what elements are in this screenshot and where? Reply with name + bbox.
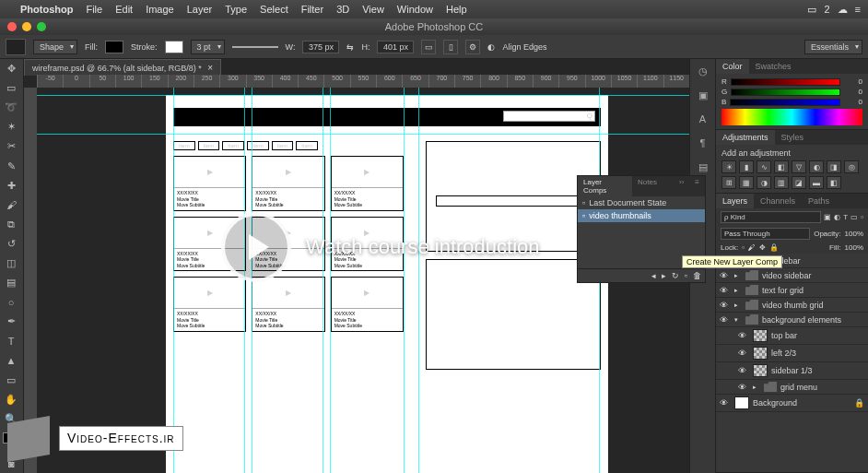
twisty-icon[interactable]: ▾: [734, 316, 742, 324]
menu-layer[interactable]: Layer: [187, 4, 213, 15]
visibility-icon[interactable]: 👁: [720, 301, 731, 310]
lock-all-icon[interactable]: 🔒: [769, 243, 779, 252]
filter-shape-icon[interactable]: ▭: [850, 213, 858, 221]
visibility-icon[interactable]: 👁: [738, 366, 749, 375]
adj-lut-icon[interactable]: ▦: [739, 176, 754, 189]
adj-threshold-icon[interactable]: ◪: [792, 176, 806, 189]
layer-name[interactable]: sidebar 1/3: [771, 366, 864, 375]
healing-tool[interactable]: ✚: [0, 176, 22, 195]
comp-next-icon[interactable]: ▸: [662, 271, 666, 280]
wand-tool[interactable]: ✶: [0, 117, 22, 136]
menu-help[interactable]: Help: [446, 4, 467, 15]
stroke-style-dropdown[interactable]: [232, 46, 278, 48]
lasso-tool[interactable]: ➰: [0, 98, 22, 117]
stroke-swatch[interactable]: [165, 41, 183, 53]
shape-tool[interactable]: ▭: [0, 371, 22, 390]
opacity-value[interactable]: 100%: [845, 230, 863, 238]
twisty-icon[interactable]: ▸: [734, 302, 742, 309]
visibility-icon[interactable]: 👁: [720, 286, 731, 295]
filter-pixel-icon[interactable]: ▣: [824, 213, 831, 221]
history-panel-icon[interactable]: ◷: [695, 63, 711, 79]
path-options-icon[interactable]: ⚙: [465, 40, 480, 54]
menu-filter[interactable]: Filter: [301, 4, 323, 15]
marquee-tool[interactable]: ▭: [0, 78, 22, 98]
filter-type-icon[interactable]: T: [843, 213, 848, 221]
list-icon[interactable]: ≡: [855, 4, 861, 15]
shape-mode-dropdown[interactable]: Shape: [33, 40, 77, 54]
menubar-app-name[interactable]: Photoshop: [20, 4, 73, 15]
lock-transparency-icon[interactable]: ▫: [742, 243, 745, 252]
menu-edit[interactable]: Edit: [115, 4, 133, 15]
b-value[interactable]: 0: [844, 98, 862, 106]
adj-vibrance-icon[interactable]: ▽: [792, 160, 806, 173]
layer-name[interactable]: left 2/3: [771, 349, 864, 358]
tab-swatches[interactable]: Swatches: [749, 59, 798, 74]
panel-menu-icon[interactable]: ≡: [689, 176, 705, 196]
layer-comp-row[interactable]: ▫Last Document State: [578, 196, 705, 209]
dodge-tool[interactable]: ○: [0, 292, 22, 312]
twisty-icon[interactable]: ▸: [734, 287, 742, 294]
layer-row[interactable]: 👁▸video sidebar: [716, 268, 868, 283]
layer-name[interactable]: background elements: [762, 315, 864, 325]
tab-paths[interactable]: Paths: [802, 194, 836, 208]
layer-comp-apply-icon[interactable]: ▫: [582, 211, 585, 220]
lock-icon[interactable]: 🔒: [854, 398, 864, 408]
fill-swatch[interactable]: [105, 41, 123, 53]
type-tool[interactable]: T: [0, 331, 22, 350]
r-value[interactable]: 0: [844, 77, 862, 86]
path-arrange-icon[interactable]: ▯: [443, 40, 458, 54]
layer-name[interactable]: Background: [753, 398, 850, 408]
document-tab[interactable]: wireframe.psd @ 66.7% (alt sidebar, RGB/…: [24, 59, 221, 76]
visibility-icon[interactable]: 👁: [720, 271, 731, 280]
layer-row[interactable]: 👁▸grid menu: [716, 380, 868, 395]
notification-count[interactable]: 2: [824, 4, 829, 15]
menu-type[interactable]: Type: [225, 4, 247, 15]
layer-name[interactable]: video thumb grid: [762, 301, 864, 310]
adj-selective-color-icon[interactable]: ◧: [827, 176, 841, 189]
paragraph-panel-icon[interactable]: ¶: [695, 135, 711, 151]
menu-view[interactable]: View: [362, 4, 384, 15]
filter-adj-icon[interactable]: ◐: [834, 213, 840, 221]
color-spectrum-ramp[interactable]: [721, 109, 862, 125]
filter-smart-icon[interactable]: ▫: [861, 213, 863, 221]
menu-file[interactable]: File: [86, 4, 102, 15]
lock-position-icon[interactable]: ✥: [759, 243, 766, 252]
layer-row[interactable]: 👁▸video thumb grid: [716, 298, 868, 313]
adj-channel-mixer-icon[interactable]: ⊞: [721, 176, 736, 189]
comp-new-icon[interactable]: ▫: [685, 271, 687, 280]
adj-gradient-map-icon[interactable]: ▬: [809, 176, 824, 189]
layer-name[interactable]: top bar: [771, 331, 864, 340]
character-panel-icon[interactable]: A: [695, 111, 711, 127]
visibility-icon[interactable]: 👁: [720, 315, 731, 325]
eyedropper-tool[interactable]: ✎: [0, 156, 22, 175]
height-field[interactable]: 401 px: [377, 41, 414, 53]
layer-comps-panel-icon[interactable]: ▤: [695, 159, 711, 175]
document-tab-close-icon[interactable]: ×: [207, 63, 213, 73]
twisty-icon[interactable]: ▸: [753, 384, 760, 391]
properties-panel-icon[interactable]: ▣: [695, 87, 711, 103]
adj-levels-icon[interactable]: ▮: [739, 160, 754, 173]
layer-row[interactable]: 👁▸text for grid: [716, 283, 868, 298]
tab-adjustments[interactable]: Adjustments: [716, 130, 775, 145]
horizontal-ruler[interactable]: -500501001502002503003504004505005506006…: [37, 75, 689, 88]
tab-layer-comps[interactable]: Layer Comps: [578, 176, 632, 196]
stroke-size-field[interactable]: 3 pt: [191, 40, 225, 54]
layer-comp-row[interactable]: ▫video thumbnails: [578, 209, 705, 222]
adj-invert-icon[interactable]: ◑: [757, 176, 771, 189]
visibility-icon[interactable]: 👁: [720, 398, 731, 408]
layer-row[interactable]: 👁sidebar 1/3: [716, 362, 868, 380]
gradient-tool[interactable]: ▤: [0, 273, 22, 292]
hand-tool[interactable]: ✋: [0, 390, 22, 409]
layer-filter-kind[interactable]: ρ Kind: [721, 211, 821, 223]
layer-name[interactable]: text for grid: [762, 286, 864, 295]
link-wh-icon[interactable]: ⇆: [346, 42, 354, 52]
width-field[interactable]: 375 px: [302, 41, 339, 53]
path-align-icon[interactable]: ▭: [421, 40, 436, 54]
comp-delete-icon[interactable]: 🗑: [693, 271, 701, 280]
g-value[interactable]: 0: [844, 88, 862, 96]
cc-badge-icon[interactable]: ▭: [807, 4, 816, 16]
visibility-icon[interactable]: 👁: [738, 331, 749, 340]
adj-bw-icon[interactable]: ◨: [827, 160, 841, 173]
menu-3d[interactable]: 3D: [336, 4, 349, 15]
sync-icon[interactable]: ☁: [838, 4, 848, 16]
